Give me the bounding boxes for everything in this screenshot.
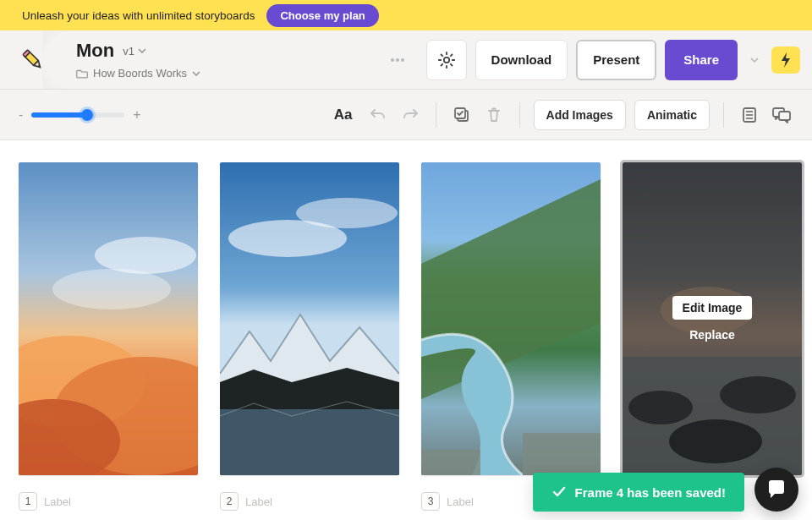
present-button[interactable]: Present [576, 40, 656, 80]
dots-icon [388, 51, 407, 69]
gear-icon [436, 50, 457, 70]
more-button[interactable] [377, 40, 418, 80]
divider [519, 102, 520, 128]
svg-rect-13 [779, 112, 790, 120]
header-actions: Download Present Share [377, 40, 812, 80]
notes-view-button[interactable] [738, 103, 761, 127]
chat-icon [765, 479, 787, 501]
chat-threads-icon [771, 106, 792, 124]
svg-point-2 [391, 58, 394, 62]
undo-button[interactable] [366, 103, 390, 127]
delete-button[interactable] [482, 103, 506, 127]
animatic-button[interactable]: Animatic [634, 100, 710, 130]
zoom-slider-thumb[interactable] [81, 109, 93, 121]
divider [436, 102, 436, 128]
frame-thumbnail[interactable] [220, 162, 399, 475]
redo-button[interactable] [398, 103, 422, 127]
title-block: Mon v1 How Boords Works [66, 40, 200, 79]
save-toast: Frame 4 has been saved! [533, 473, 744, 512]
svg-point-5 [443, 57, 448, 62]
check-icon [551, 484, 567, 500]
promo-bar: Unleash your ideas with unlimited storyb… [0, 0, 812, 30]
divider [723, 102, 724, 128]
frame-thumbnail[interactable]: Edit Image Replace [623, 162, 802, 475]
svg-rect-23 [421, 450, 480, 475]
svg-point-4 [401, 58, 404, 62]
app-logo[interactable] [0, 30, 66, 90]
svg-point-17 [95, 237, 196, 274]
cloud-scene-icon [19, 162, 198, 475]
share-button[interactable]: Share [665, 40, 738, 80]
comments-button[interactable] [770, 103, 793, 127]
undo-icon [370, 107, 387, 123]
promo-text: Unleash your ideas with unlimited storyb… [22, 9, 255, 22]
svg-point-20 [296, 198, 398, 228]
frame: Edit Image Replace 4 Label [623, 162, 802, 511]
svg-point-18 [52, 269, 171, 309]
multi-select-button[interactable] [450, 103, 474, 127]
folder-link[interactable]: How Boords Works [76, 67, 200, 79]
zoom-slider-fill [31, 112, 87, 118]
frame-overlay: Edit Image Replace [623, 162, 802, 475]
edit-image-button[interactable]: Edit Image [672, 296, 753, 320]
document-lines-icon [740, 106, 759, 124]
share-dropdown[interactable] [746, 55, 763, 65]
folder-icon [76, 68, 88, 79]
upgrade-button[interactable] [771, 47, 800, 74]
svg-point-3 [396, 58, 399, 62]
frame-label-row: 2 Label [220, 492, 399, 511]
frame-label[interactable]: Label [447, 495, 474, 508]
zoom-slider[interactable] [31, 112, 124, 118]
version-label: v1 [123, 45, 134, 57]
mountain-scene-icon [220, 162, 399, 475]
chat-launcher[interactable] [754, 468, 798, 512]
frame-number: 3 [421, 492, 440, 511]
frame-number: 2 [220, 492, 239, 511]
svg-rect-21 [220, 409, 399, 475]
bolt-icon [780, 52, 792, 68]
frame-label[interactable]: Label [245, 495, 272, 508]
choose-plan-button[interactable]: Choose my plan [266, 4, 378, 27]
chevron-down-icon [749, 55, 760, 65]
chevron-down-icon [138, 47, 146, 55]
trash-icon [486, 107, 502, 123]
replace-button[interactable]: Replace [689, 328, 735, 342]
redo-icon [402, 107, 419, 123]
text-tool-button[interactable]: Aa [329, 107, 358, 123]
version-dropdown[interactable]: v1 [123, 45, 146, 57]
frame: 1 Label [19, 162, 198, 511]
river-scene-icon [421, 162, 601, 475]
zoom-control: - + [19, 107, 141, 123]
frame: 2 Label [220, 162, 399, 511]
svg-rect-22 [523, 433, 601, 475]
download-button[interactable]: Download [475, 40, 568, 80]
add-images-button[interactable]: Add Images [534, 100, 626, 130]
project-title: Mon [76, 40, 114, 62]
zoom-out[interactable]: - [19, 107, 23, 123]
frame-thumbnail[interactable] [421, 162, 601, 475]
toast-text: Frame 4 has been saved! [575, 485, 726, 500]
pencil-icon [19, 46, 47, 74]
frame-label-row: 1 Label [19, 492, 198, 511]
settings-button[interactable] [426, 40, 467, 80]
header: Mon v1 How Boords Works Download Present… [0, 30, 812, 90]
frame-label[interactable]: Label [44, 495, 71, 508]
folder-name: How Boords Works [93, 67, 187, 79]
chevron-down-icon [192, 69, 200, 78]
frame-thumbnail[interactable] [19, 162, 198, 475]
canvas: 1 Label 2 Label [0, 140, 812, 511]
toolbar: - + Aa Add Images Animatic [0, 90, 812, 140]
frame-number: 1 [19, 492, 37, 511]
frame: 3 Label [421, 162, 601, 511]
stack-check-icon [453, 106, 471, 124]
zoom-in[interactable]: + [133, 107, 140, 123]
